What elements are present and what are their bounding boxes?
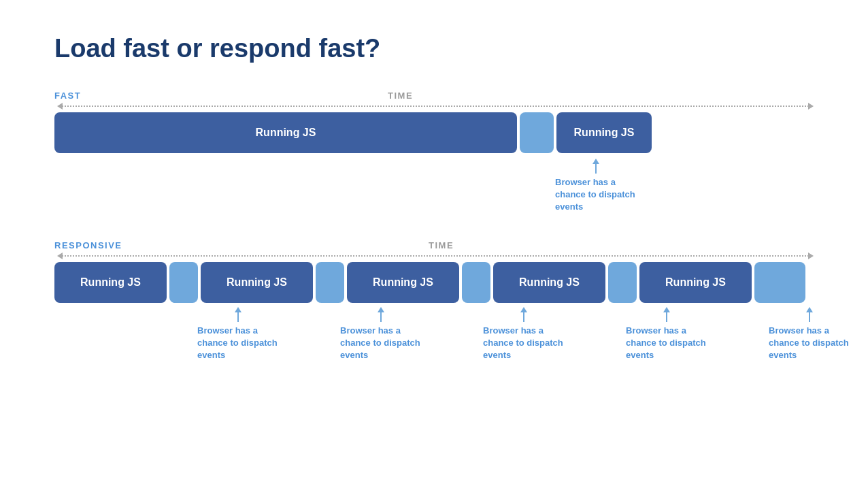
resp-arrow-line-4 — [666, 312, 667, 322]
resp-up-arrow-3 — [520, 307, 527, 322]
resp-arrow-head-2 — [378, 307, 384, 312]
resp-annotation-3: Browser has a chance to dispatch events — [483, 307, 565, 362]
fast-annotation-text: Browser has a chance to dispatch events — [555, 176, 637, 214]
fast-arrow-head — [808, 103, 814, 110]
fast-timeline — [54, 103, 814, 110]
resp-blocks-row: Running JS Running JS Running JS Running… — [54, 262, 814, 303]
fast-label-row: FAST TIME — [54, 91, 814, 101]
fast-annotation: Browser has a chance to dispatch events — [555, 159, 637, 214]
resp-annotation-text-1: Browser has a chance to dispatch events — [197, 325, 279, 362]
resp-annotations: Browser has a chance to dispatch events … — [54, 307, 814, 368]
resp-js-block-1: Running JS — [54, 262, 167, 303]
responsive-label: RESPONSIVE — [54, 240, 122, 250]
resp-time-label: TIME — [429, 240, 454, 250]
resp-arrow-line-2 — [380, 312, 382, 322]
resp-arrow-line-3 — [523, 312, 524, 322]
resp-gap-5 — [754, 262, 805, 303]
resp-arrow-head-1 — [235, 307, 241, 312]
resp-up-arrow-1 — [235, 307, 241, 322]
resp-gap-1 — [169, 262, 198, 303]
resp-js-block-4: Running JS — [493, 262, 605, 303]
fast-blocks-row: Running JS Running JS — [54, 112, 814, 153]
fast-js-block-2: Running JS — [556, 112, 652, 153]
resp-annotation-5: Browser has a chance to dispatch events — [769, 307, 850, 362]
resp-gap-4 — [608, 262, 637, 303]
fast-time-label: TIME — [388, 91, 413, 101]
resp-annotation-text-2: Browser has a chance to dispatch events — [340, 325, 422, 362]
fast-label: FAST — [54, 91, 81, 101]
resp-arrow-line-5 — [809, 312, 810, 322]
page-title: Load fast or respond fast? — [54, 34, 814, 63]
fast-section: FAST TIME Running JS Running JS — [54, 91, 814, 227]
fast-up-arrow — [592, 159, 599, 174]
resp-arrow-head-4 — [663, 307, 670, 312]
resp-up-arrow-2 — [378, 307, 384, 322]
resp-annotation-text-5: Browser has a chance to dispatch events — [769, 325, 850, 362]
resp-arrow-head — [808, 253, 814, 259]
resp-label-row: RESPONSIVE TIME — [54, 240, 814, 250]
resp-dotted-line — [62, 255, 809, 257]
page-content: Load fast or respond fast? FAST TIME Run… — [0, 0, 868, 416]
resp-arrow-line-1 — [237, 312, 239, 322]
resp-gap-3 — [462, 262, 490, 303]
fast-arrow-head-up — [592, 159, 599, 164]
resp-arrow-head-3 — [520, 307, 527, 312]
resp-js-block-2: Running JS — [201, 262, 313, 303]
fast-js-block-1: Running JS — [54, 112, 517, 153]
fast-gap-block — [520, 112, 554, 153]
resp-up-arrow-5 — [806, 307, 813, 322]
resp-annotation-2: Browser has a chance to dispatch events — [340, 307, 422, 362]
fast-arrow-line — [595, 164, 597, 174]
fast-annotation-container: Browser has a chance to dispatch events — [54, 159, 814, 227]
resp-annotation-4: Browser has a chance to dispatch events — [626, 307, 707, 362]
resp-annotation-text-3: Browser has a chance to dispatch events — [483, 325, 565, 362]
resp-js-block-5: Running JS — [639, 262, 752, 303]
fast-dotted-line — [62, 105, 809, 107]
resp-annotation-1: Browser has a chance to dispatch events — [197, 307, 279, 362]
resp-gap-2 — [316, 262, 344, 303]
resp-up-arrow-4 — [663, 307, 670, 322]
resp-timeline — [54, 253, 814, 259]
resp-arrow-head-5 — [806, 307, 813, 312]
resp-annotation-text-4: Browser has a chance to dispatch events — [626, 325, 707, 362]
responsive-section: RESPONSIVE TIME Running JS Running JS Ru… — [54, 240, 814, 368]
resp-js-block-3: Running JS — [347, 262, 459, 303]
